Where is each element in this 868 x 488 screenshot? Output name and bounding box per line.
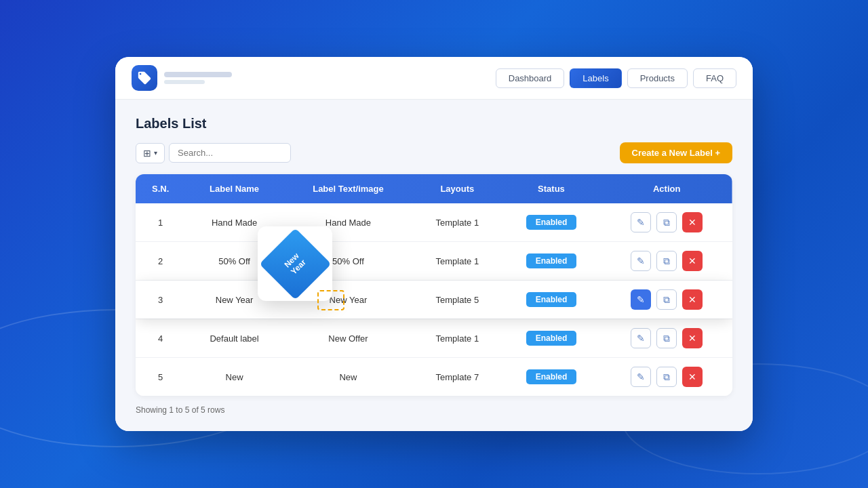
chevron-down-icon: ▾: [154, 149, 157, 157]
edit-button[interactable]: ✎: [631, 367, 651, 387]
cell-label-text: New Offer: [283, 319, 413, 358]
nav-labels[interactable]: Labels: [570, 68, 621, 88]
delete-button[interactable]: ✕: [682, 367, 703, 387]
cell-action: ✎ ⧉ ✕: [601, 358, 732, 396]
table-header: S.N. Label Name Label Text/image Layouts…: [136, 174, 732, 203]
copy-button[interactable]: ⧉: [656, 251, 677, 271]
delete-button[interactable]: ✕: [682, 289, 703, 310]
cell-sn: 3: [136, 281, 185, 319]
navbar: Dashboard Labels Products FAQ: [115, 57, 753, 100]
cell-sn: 5: [136, 358, 185, 396]
cell-status: Enabled: [502, 358, 601, 396]
toolbar: ⊞ ▾ Create a New Label +: [136, 142, 732, 163]
logo-icon: [132, 65, 157, 91]
cell-action: ✎ ⧉ ✕: [601, 242, 732, 281]
page-title: Labels List: [136, 116, 732, 131]
cell-status: Enabled: [502, 319, 601, 358]
labels-table: S.N. Label Name Label Text/image Layouts…: [136, 174, 732, 396]
logo-area: [132, 65, 232, 91]
main-container: Dashboard Labels Products FAQ Labels Lis…: [115, 57, 753, 431]
action-buttons: ✎ ⧉ ✕: [609, 212, 724, 232]
tag-icon: [137, 70, 152, 85]
cell-layout: Template 1: [413, 242, 501, 281]
cell-sn: 2: [136, 242, 185, 281]
status-badge: Enabled: [526, 215, 577, 230]
copy-button[interactable]: ⧉: [656, 212, 677, 232]
copy-button[interactable]: ⧉: [656, 328, 677, 348]
dashed-border-decoration: [317, 290, 344, 310]
table-body: 1 Hand Made Hand Made Template 1 Enabled…: [136, 203, 732, 396]
cell-label-name: New: [185, 358, 283, 396]
action-buttons: ✎ ⧉ ✕: [609, 328, 724, 348]
cell-layout: Template 1: [413, 203, 501, 242]
copy-button[interactable]: ⧉: [656, 289, 677, 310]
nav-links: Dashboard Labels Products FAQ: [496, 68, 736, 88]
action-buttons: ✎ ⧉ ✕: [609, 289, 724, 310]
grid-icon: ⊞: [143, 148, 151, 159]
col-sn: S.N.: [136, 174, 185, 203]
grid-view-button[interactable]: ⊞ ▾: [136, 143, 165, 163]
status-badge: Enabled: [526, 331, 577, 346]
cell-label-text: New: [283, 358, 413, 396]
label-badge: NewYear: [270, 239, 321, 289]
showing-text: Showing 1 to 5 of 5 rows: [136, 405, 732, 415]
cell-sn: 1: [136, 203, 185, 242]
edit-button[interactable]: ✎: [631, 212, 651, 232]
nav-faq[interactable]: FAQ: [693, 68, 736, 88]
delete-button[interactable]: ✕: [682, 251, 703, 271]
status-badge: Enabled: [526, 292, 577, 307]
col-label-text: Label Text/image: [283, 174, 413, 203]
cell-label-name: Default label: [185, 319, 283, 358]
cell-layout: Template 5: [413, 281, 501, 319]
action-buttons: ✎ ⧉ ✕: [609, 251, 724, 271]
logo-text-area: [164, 72, 232, 84]
edit-button[interactable]: ✎: [631, 289, 651, 310]
cell-sn: 4: [136, 319, 185, 358]
nav-dashboard[interactable]: Dashboard: [496, 68, 565, 88]
copy-button[interactable]: ⧉: [656, 367, 677, 387]
table-row: 4 Default label New Offer Template 1 Ena…: [136, 319, 732, 358]
content-area: Labels List ⊞ ▾ Create a New Label + S.N…: [115, 100, 753, 431]
col-status: Status: [502, 174, 601, 203]
delete-button[interactable]: ✕: [682, 212, 703, 232]
cell-action: ✎ ⧉ ✕: [601, 203, 732, 242]
label-preview-card: NewYear: [258, 226, 332, 301]
search-input[interactable]: [169, 143, 291, 163]
delete-button[interactable]: ✕: [682, 328, 703, 348]
col-label-name: Label Name: [185, 174, 283, 203]
nav-products[interactable]: Products: [627, 68, 688, 88]
table-row: 1 Hand Made Hand Made Template 1 Enabled…: [136, 203, 732, 242]
status-badge: Enabled: [526, 369, 577, 384]
logo-line2: [164, 80, 205, 84]
create-label-button[interactable]: Create a New Label +: [620, 142, 732, 163]
cell-status: Enabled: [502, 242, 601, 281]
edit-button[interactable]: ✎: [631, 328, 651, 348]
col-action: Action: [601, 174, 732, 203]
cell-action: ✎ ⧉ ✕: [601, 319, 732, 358]
cell-layout: Template 1: [413, 319, 501, 358]
cell-status: Enabled: [502, 203, 601, 242]
status-badge: Enabled: [526, 253, 577, 268]
logo-line1: [164, 72, 232, 77]
cell-action: ✎ ⧉ ✕: [601, 281, 732, 319]
cell-status: Enabled: [502, 281, 601, 319]
table-row: 5 New New Template 7 Enabled ✎ ⧉ ✕: [136, 358, 732, 396]
edit-button[interactable]: ✎: [631, 251, 651, 271]
action-buttons: ✎ ⧉ ✕: [609, 367, 724, 387]
col-layouts: Layouts: [413, 174, 501, 203]
cell-layout: Template 7: [413, 358, 501, 396]
table-row: 3 New Year New Year Template 5 Enabled ✎…: [136, 281, 732, 319]
table-row: 2 50% Off 50% Off Template 1 Enabled ✎ ⧉…: [136, 242, 732, 281]
toolbar-left: ⊞ ▾: [136, 143, 291, 163]
